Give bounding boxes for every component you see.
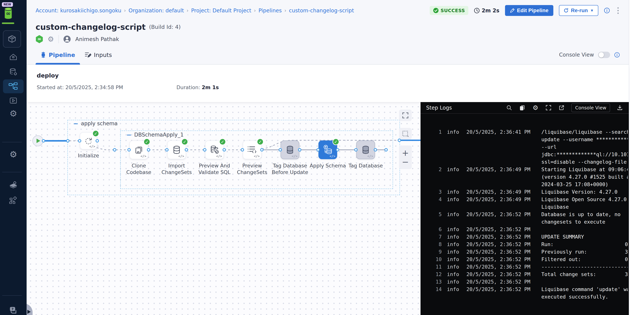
log-timestamp: 20/5/2025, 2:36:52 PM xyxy=(466,256,541,263)
canvas-marquee-select-button[interactable] xyxy=(399,128,412,140)
connector-port xyxy=(66,139,70,142)
log-line: 11info20/5/2025, 2:36:52 PM-------------… xyxy=(420,263,629,270)
svg-text:∞: ∞ xyxy=(6,10,11,17)
sidebar-item-account-settings[interactable]: ⚙ xyxy=(0,149,26,160)
connector-port xyxy=(96,139,99,142)
log-level: info xyxy=(447,278,466,286)
log-search-button[interactable] xyxy=(506,104,512,111)
sidebar-item-executions[interactable] xyxy=(0,96,26,106)
tab-pipeline[interactable]: Pipeline xyxy=(36,45,80,64)
pipeline-step-import-changesets[interactable]: ✓ </> xyxy=(167,140,186,159)
pipeline-step-apply-schema[interactable]: ✓ </> xyxy=(318,140,337,159)
stage-started: Started at: 20/5/2025, 2:34:58 PM xyxy=(37,84,123,90)
canvas-fit-view-button[interactable] xyxy=(399,110,412,121)
pipeline-step-preview-and-validate-sql[interactable]: ✓ </> xyxy=(205,140,224,159)
status-check-icon xyxy=(433,8,439,13)
log-fullscreen-button[interactable] xyxy=(545,104,552,111)
breadcrumb-organization[interactable]: Organization: default xyxy=(128,8,184,14)
log-level: info xyxy=(447,128,466,136)
gear-icon[interactable]: ⚙ xyxy=(48,36,54,43)
layers-settings-icon xyxy=(9,180,18,190)
pipeline-author: Animesh Pathak xyxy=(75,36,119,42)
log-line: 10info20/5/2025, 2:36:52 PMFiltered out:… xyxy=(420,256,629,263)
sidebar-item-databases[interactable] xyxy=(0,67,26,77)
log-level: info xyxy=(447,286,466,293)
kebab-menu-icon[interactable] xyxy=(616,6,620,15)
log-message: UPDATE SUMMARY xyxy=(541,233,628,241)
log-settings-button[interactable]: ⚙ xyxy=(532,104,539,111)
clock-icon xyxy=(474,8,480,14)
harness-db-devops-logo[interactable]: ∞ xyxy=(4,7,12,20)
log-line: 6info20/5/2025, 2:36:52 PM xyxy=(420,226,629,233)
fullscreen-icon xyxy=(402,112,408,118)
pipeline-canvas[interactable]: − apply schema − DBSchemaApply_1 xyxy=(26,102,420,315)
help-button[interactable]: ? xyxy=(0,305,26,315)
content-row: − apply schema − DBSchemaApply_1 xyxy=(26,102,629,315)
tab-inputs[interactable]: Inputs xyxy=(80,45,117,64)
log-timestamp: 20/5/2025, 2:36:52 PM xyxy=(466,278,541,286)
sidebar-item-project-settings[interactable] xyxy=(0,180,26,190)
step-label-import-changesets: ImportChangeSets xyxy=(156,162,197,176)
svg-text:?: ? xyxy=(12,307,14,311)
info-icon[interactable] xyxy=(604,8,610,14)
log-level: info xyxy=(447,248,466,256)
log-download-button[interactable] xyxy=(616,104,623,111)
home-icon xyxy=(9,52,18,61)
database-settings-icon xyxy=(9,68,18,76)
sidebar-item-pipelines-active[interactable] xyxy=(3,80,24,93)
code-icon: </> xyxy=(330,154,335,158)
pipeline-step-clone-codebase[interactable]: ✓ </> xyxy=(130,140,148,159)
log-open-new-tab-button[interactable] xyxy=(558,104,565,111)
zoom-out-button[interactable]: − xyxy=(399,156,412,168)
edit-pencil-icon xyxy=(510,8,515,13)
console-view-button[interactable]: Console View xyxy=(571,104,610,112)
log-timestamp: 20/5/2025, 2:36:52 PM xyxy=(466,286,541,293)
sidebar-item-org-settings[interactable] xyxy=(0,195,26,205)
sidebar-divider xyxy=(2,172,22,172)
breadcrumb-current-pipeline[interactable]: custom-changelog-script xyxy=(289,8,354,14)
log-timestamp: 20/5/2025, 2:36:41 PM xyxy=(466,128,541,136)
marquee-select-icon xyxy=(402,130,409,137)
module-cube-icon xyxy=(8,34,16,44)
connector-port xyxy=(298,148,302,152)
log-line-number: 3 xyxy=(420,188,442,196)
step-logs-output[interactable]: 1info20/5/2025, 2:36:41 PM/liquibase/liq… xyxy=(420,114,629,300)
sidebar-item-home[interactable] xyxy=(0,52,26,62)
top-bar: Account: kurosakiichigo.songoku › Organi… xyxy=(26,0,629,21)
log-message: Run:0 xyxy=(541,241,628,248)
connector-port xyxy=(260,148,264,152)
log-message: ------------------------------ xyxy=(541,263,628,270)
breadcrumb-pipelines[interactable]: Pipelines xyxy=(258,8,282,14)
sidebar-item-settings[interactable]: ⚙ xyxy=(0,108,26,119)
edit-pipeline-button[interactable]: Edit Pipeline xyxy=(505,5,553,16)
nav-expand-handle[interactable] xyxy=(26,304,33,315)
user-avatar-icon xyxy=(63,36,71,43)
console-view-toggle[interactable] xyxy=(598,52,610,58)
log-line-number: 8 xyxy=(420,241,442,248)
new-badge: NEW xyxy=(2,2,13,7)
connector-port xyxy=(278,148,282,152)
log-line-number: 13 xyxy=(420,278,442,286)
sidebar-divider xyxy=(2,295,22,296)
connector-port xyxy=(374,148,377,152)
rerun-button[interactable]: Re-run ▼ xyxy=(559,5,598,16)
pipeline-step-initialize[interactable]: ✓ </> xyxy=(80,132,97,150)
caret-down-icon: ▼ xyxy=(590,8,594,13)
log-line: 7info20/5/2025, 2:36:52 PMUPDATE SUMMARY xyxy=(420,233,629,241)
log-timestamp: 20/5/2025, 2:36:52 PM xyxy=(466,241,541,248)
log-message: Liquibase Open Source 4.27.0 byLiquibase xyxy=(541,196,628,211)
module-selector-button[interactable] xyxy=(3,30,21,48)
pipeline-step-tag-database[interactable]: </> xyxy=(356,140,375,159)
breadcrumb-project[interactable]: Project: Default Project xyxy=(191,8,251,14)
breadcrumb-account[interactable]: Account: kurosakiichigo.songoku xyxy=(36,8,122,14)
pipeline-step-preview-changesets[interactable]: ✓ </> xyxy=(243,140,262,159)
console-view-control: Console View xyxy=(559,52,620,58)
sidebar-divider xyxy=(2,142,22,142)
build-id: (Build Id: 4) xyxy=(149,24,180,30)
info-icon[interactable] xyxy=(614,52,620,58)
breadcrumb-separator: › xyxy=(186,8,188,13)
log-copy-button[interactable] xyxy=(519,104,526,111)
pipeline-step-tag-database-before-update[interactable]: </> xyxy=(280,140,299,159)
database-icon xyxy=(360,145,371,155)
meta-row: ∞ ⚙ Animesh Pathak xyxy=(26,33,629,45)
